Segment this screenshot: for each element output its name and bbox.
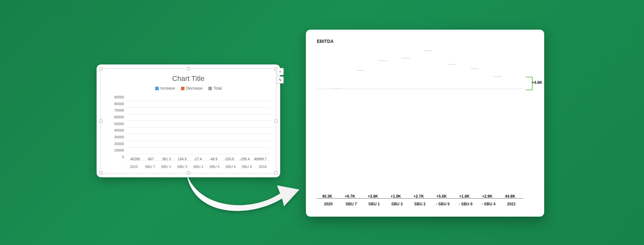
x-tick: SBU 2 <box>408 202 431 206</box>
chart-selection-frame[interactable]: + ✎ Chart Title Increase Decrease Total … <box>100 68 276 173</box>
legend-item-decrease[interactable]: Decrease <box>181 86 203 91</box>
x-tick: - SBU 4 <box>477 202 500 206</box>
x-tick: SBU 1 <box>363 202 385 206</box>
x-tick: SBU 1 <box>158 165 174 169</box>
x-tick: 2015 <box>126 165 142 169</box>
x-tick: SBU 7 <box>142 165 158 169</box>
x-tick: - SBU 6 <box>454 202 477 206</box>
data-label: +1.6K <box>459 194 469 199</box>
resize-handle-mt[interactable] <box>187 67 190 70</box>
data-label: +5.0K <box>436 194 447 199</box>
legend-swatch-decrease <box>181 87 185 90</box>
resize-handle-tl[interactable] <box>99 67 102 70</box>
resize-handle-mr[interactable] <box>274 120 277 122</box>
data-label: 667 <box>148 157 154 161</box>
data-label: +2.7K <box>413 194 424 199</box>
data-label: +1.0K <box>391 194 401 199</box>
legend-label-decrease: Decrease <box>186 86 203 91</box>
data-label: -150.8 <box>224 157 234 161</box>
x-tick: 2020 <box>317 202 340 206</box>
legend-swatch-total <box>208 87 212 90</box>
chart-legend[interactable]: Increase Decrease Total <box>101 86 276 91</box>
x-tick: SBU 2 <box>190 165 206 169</box>
data-label: 104.9 <box>178 157 187 161</box>
x-tick: 2021 <box>500 202 523 206</box>
data-label: -27.4 <box>194 157 202 161</box>
y-tick: 50000 <box>114 122 124 126</box>
data-label: 361.3 <box>162 157 171 161</box>
x-tick: SBU 5 <box>206 165 223 169</box>
y-tick: 0 <box>122 155 124 159</box>
y-tick: 90000 <box>114 95 124 99</box>
delta-label: +4.6K <box>532 80 542 85</box>
x-tick: SBU 7 <box>340 202 363 206</box>
y-tick: 40000 <box>114 128 124 132</box>
chart-plot-area: 40.3K +6.7K +3.6K +1.0K +2.7K <box>317 49 523 199</box>
chart-bars: 40280 667 361.3 104.9 -27.4 <box>126 101 271 161</box>
x-axis: 2015 SBU 7 SBU 1 SBU 3 SBU 2 SBU 5 SBU 6… <box>126 165 271 169</box>
y-tick: 60000 <box>114 115 124 119</box>
y-tick: 70000 <box>114 108 124 112</box>
legend-label-total: Total <box>213 86 222 91</box>
resize-handle-ml[interactable] <box>99 120 102 122</box>
legend-item-total[interactable]: Total <box>208 86 222 91</box>
ebitda-chart-card: EBITDA 40.3K +6.7K +3.6K +1.0K <box>306 30 544 217</box>
y-tick: 20000 <box>114 142 124 146</box>
transform-arrow-icon <box>180 171 303 219</box>
y-tick: 10000 <box>114 148 124 152</box>
chart-title[interactable]: Chart Title <box>101 69 276 83</box>
data-label: +2.9K <box>482 194 492 199</box>
x-axis: 2020 SBU 7 SBU 1 SBU 3 SBU 2 - SBU 5 - S… <box>317 202 523 206</box>
y-axis: 0 10000 20000 30000 40000 50000 60000 70… <box>110 101 125 161</box>
x-tick: 2016 <box>255 165 271 169</box>
data-label: 40.3K <box>322 194 332 199</box>
data-label: 40280 <box>130 157 140 161</box>
chart-plot-area[interactable]: 0 10000 20000 30000 40000 50000 60000 70… <box>110 101 271 161</box>
data-label: 44.8K <box>505 194 515 199</box>
chart-title: EBITDA <box>317 39 334 44</box>
chart-elements-button[interactable]: + <box>277 68 284 75</box>
resize-handle-bl[interactable] <box>99 172 102 174</box>
excel-chart-card: + ✎ Chart Title Increase Decrease Total … <box>97 64 280 177</box>
y-tick: 30000 <box>114 135 124 139</box>
data-label: +6.7K <box>345 194 355 199</box>
data-label: -295.4 <box>240 157 250 161</box>
data-label: +3.6K <box>368 194 378 199</box>
y-tick: 80000 <box>114 102 124 106</box>
x-tick: - SBU 5 <box>431 202 454 206</box>
legend-swatch-increase <box>155 87 159 90</box>
x-tick: SBU 3 <box>174 165 190 169</box>
x-tick: SBU 3 <box>385 202 408 206</box>
legend-item-increase[interactable]: Increase <box>155 86 175 91</box>
chart-styles-button[interactable]: ✎ <box>277 76 284 83</box>
legend-label-increase: Increase <box>160 86 175 91</box>
x-tick: SBU 4 <box>239 165 255 169</box>
data-label: 40889.7 <box>254 157 267 161</box>
x-tick: SBU 6 <box>223 165 239 169</box>
data-label: -49.9 <box>209 157 217 161</box>
